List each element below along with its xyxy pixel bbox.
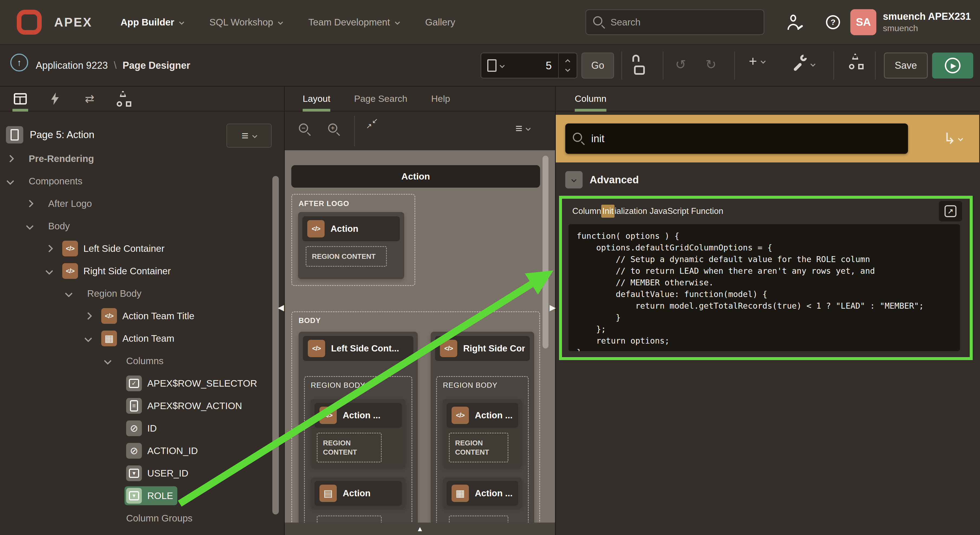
undo-icon[interactable]: ↺ bbox=[675, 57, 686, 72]
region-right-side-container[interactable]: </> Right Side Con... REGION BODY </> Ac… bbox=[431, 332, 534, 535]
help-icon[interactable]: ? bbox=[826, 15, 840, 29]
nav-item-team-development[interactable]: Team Development bbox=[309, 0, 399, 44]
child-region-card[interactable]: ▤ Action bbox=[311, 478, 406, 508]
redo-icon[interactable]: ↻ bbox=[705, 57, 716, 72]
zoom-out-icon[interactable]: − bbox=[299, 123, 311, 135]
create-menu-button[interactable]: + bbox=[749, 53, 765, 69]
tree-scrollbar[interactable] bbox=[272, 176, 279, 514]
slot-after-logo[interactable]: AFTER LOGO </> Action REGION CONTENT bbox=[291, 194, 415, 286]
administration-icon[interactable] bbox=[788, 14, 803, 30]
property-filter-input[interactable] bbox=[591, 133, 900, 145]
tree-item-action-id[interactable]: ⊘ACTION_ID bbox=[0, 439, 273, 462]
go-button[interactable]: Go bbox=[582, 53, 614, 78]
tab-dynamic-actions[interactable] bbox=[46, 87, 64, 111]
region-body-slot[interactable]: REGION BODY </> Action ... REGION CONTEN… bbox=[304, 376, 412, 535]
tab-page-shared-components[interactable] bbox=[116, 87, 133, 111]
tree-item-left-side-container[interactable]: </>Left Side Container bbox=[0, 237, 273, 260]
tree-item-after-logo[interactable]: After Logo bbox=[0, 192, 273, 215]
tree-item-region-body[interactable]: Region Body bbox=[0, 282, 273, 304]
child-region-card[interactable]: ▦ Action ... bbox=[443, 478, 522, 508]
tab-column[interactable]: Column bbox=[575, 87, 606, 111]
tree-menu-button[interactable]: ≡ bbox=[226, 123, 272, 148]
advanced-group-toggle[interactable]: Advanced bbox=[565, 171, 639, 188]
global-search[interactable] bbox=[585, 10, 764, 35]
chevron-right-icon[interactable] bbox=[6, 154, 14, 162]
tree-item-user-id[interactable]: ▾USER_ID bbox=[0, 462, 273, 484]
child-region-card[interactable]: </> Action ... REGION CONTENT bbox=[311, 399, 406, 467]
tree-item-apex-row-action[interactable]: ≡APEX$ROW_ACTION bbox=[0, 395, 273, 417]
region-card-title[interactable]: </> Action ... bbox=[447, 403, 518, 428]
tab-page-search[interactable]: Page Search bbox=[354, 87, 407, 111]
save-button[interactable]: Save bbox=[884, 53, 928, 78]
collapse-right-icon[interactable]: ▶ bbox=[550, 303, 556, 312]
chevron-down-icon[interactable] bbox=[46, 267, 53, 275]
tree-item-role[interactable]: ▾ROLE bbox=[0, 484, 273, 507]
region-card-title[interactable]: ▦ Action ... bbox=[447, 481, 518, 506]
tree-item-body[interactable]: Body bbox=[0, 215, 273, 237]
collapse-checkbox-icon[interactable] bbox=[565, 171, 582, 188]
chevron-right-icon[interactable] bbox=[26, 199, 33, 207]
page-number-value[interactable]: 5 bbox=[504, 60, 558, 72]
tree-item-action-team-title[interactable]: </>Action Team Title bbox=[0, 304, 273, 327]
unlock-icon[interactable] bbox=[632, 55, 645, 76]
region-card-title[interactable]: ▤ Action bbox=[315, 481, 402, 506]
zoom-in-icon[interactable]: + bbox=[328, 123, 340, 135]
tab-layout[interactable]: Layout bbox=[303, 87, 330, 111]
chevron-down-icon[interactable] bbox=[26, 222, 33, 229]
canvas-bottom-splitter[interactable]: ▲ bbox=[285, 522, 555, 535]
chevron-down-icon[interactable] bbox=[104, 357, 111, 365]
chevron-down-icon[interactable] bbox=[6, 177, 14, 185]
region-body-slot[interactable]: REGION BODY </> Action ... REGION CONTEN… bbox=[436, 376, 529, 535]
nav-item-app-builder[interactable]: App Builder bbox=[121, 0, 183, 44]
canvas-scrollbar[interactable] bbox=[542, 156, 549, 349]
tab-rendering[interactable] bbox=[12, 87, 29, 111]
page-number-stepper[interactable] bbox=[558, 53, 577, 78]
open-code-editor-button[interactable]: ↗ bbox=[939, 201, 962, 221]
tree-item-components[interactable]: Components bbox=[0, 170, 273, 192]
tab-help[interactable]: Help bbox=[431, 87, 450, 111]
tree-item-apex-row-selector[interactable]: ✓APEX$ROW_SELECTOR bbox=[0, 372, 273, 395]
region-content-slot[interactable]: REGION CONTENT bbox=[317, 433, 382, 462]
user-menu[interactable]: SA smuench APEX231 smuench bbox=[850, 9, 971, 35]
search-input[interactable] bbox=[611, 17, 757, 28]
tree-item-columns[interactable]: Columns bbox=[0, 350, 273, 372]
property-filter-field[interactable] bbox=[565, 123, 908, 154]
page-selector[interactable]: 5 bbox=[480, 53, 578, 78]
run-page-button[interactable]: ▶ bbox=[932, 53, 973, 78]
up-to-application-button[interactable]: ↑ bbox=[10, 54, 28, 72]
code-content[interactable]: function( options ) { options.defaultGri… bbox=[577, 230, 952, 351]
tree-item-id[interactable]: ⊘ID bbox=[0, 417, 273, 439]
nav-item-gallery[interactable]: Gallery bbox=[425, 0, 455, 44]
region-card-title[interactable]: </> Right Side Con... bbox=[435, 336, 530, 361]
region-action-card[interactable]: </> Action REGION CONTENT bbox=[298, 212, 404, 279]
search-icon bbox=[593, 16, 605, 28]
child-region-card[interactable]: </> Action ... REGION CONTENT bbox=[443, 399, 522, 467]
filter-return-menu[interactable]: ↳ bbox=[943, 131, 963, 146]
region-content-slot[interactable]: REGION CONTENT bbox=[449, 433, 508, 462]
region-left-side-container[interactable]: </> Left Side Cont... REGION BODY </> Ac… bbox=[299, 332, 418, 535]
utilities-wrench-icon[interactable] bbox=[793, 55, 807, 69]
tree-item-pre-rendering[interactable]: Pre-Rendering bbox=[0, 147, 273, 170]
region-content-slot[interactable]: REGION CONTENT bbox=[305, 246, 387, 267]
chevron-right-icon[interactable] bbox=[46, 245, 53, 252]
chevron-down-icon[interactable] bbox=[84, 334, 92, 342]
region-card-title[interactable]: </> Action bbox=[302, 217, 400, 241]
slot-body[interactable]: BODY </> Left Side Cont... REGION BODY <… bbox=[291, 311, 540, 535]
canvas-page-header[interactable]: Action bbox=[291, 165, 540, 188]
tab-processing[interactable]: ⇄ bbox=[81, 87, 98, 111]
collapse-left-icon[interactable]: ◀ bbox=[278, 303, 284, 312]
tree-item-right-side-container[interactable]: </>Right Side Container bbox=[0, 260, 273, 282]
nav-item-sql-workshop[interactable]: SQL Workshop bbox=[210, 0, 282, 44]
tree-item-action-team[interactable]: ▦Action Team bbox=[0, 327, 273, 350]
tree-item-column-groups[interactable]: Column Groups bbox=[0, 507, 273, 529]
layout-menu-button[interactable]: ≡ bbox=[515, 123, 530, 134]
chevron-down-icon[interactable] bbox=[65, 290, 73, 297]
region-card-title[interactable]: </> Left Side Cont... bbox=[303, 336, 414, 361]
chevron-right-icon[interactable] bbox=[84, 312, 92, 320]
layout-canvas[interactable]: Action AFTER LOGO </> Action REGION CONT… bbox=[285, 150, 555, 535]
region-card-title[interactable]: </> Action ... bbox=[315, 403, 402, 428]
breadcrumb-application[interactable]: Application 9223 bbox=[36, 60, 108, 71]
shared-components-icon[interactable] bbox=[849, 54, 864, 69]
avatar[interactable]: SA bbox=[850, 9, 876, 35]
javascript-code-editor[interactable]: function( options ) { options.defaultGri… bbox=[568, 224, 960, 351]
